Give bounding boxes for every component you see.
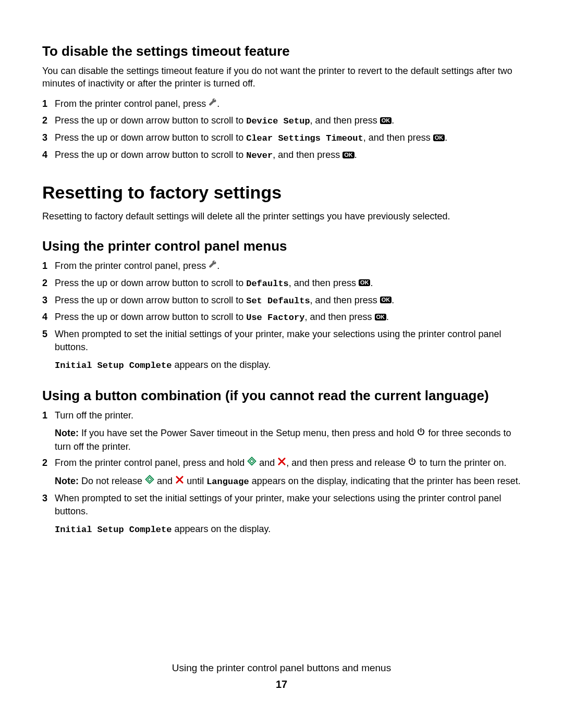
diamond-icon (247, 456, 256, 469)
step-number: 3 (42, 131, 55, 144)
intro-factory-reset: Resetting to factory default settings wi… (42, 210, 521, 223)
step-number: 1 (42, 409, 55, 422)
power-icon (417, 427, 425, 439)
intro-disable-timeout: You can disable the settings timeout fea… (42, 65, 521, 90)
page-footer: Using the printer control panel buttons … (42, 661, 521, 692)
step-body: Press the up or down arrow button to scr… (55, 311, 521, 324)
step-body: From the printer control panel, press an… (55, 456, 521, 488)
step-number: 1 (42, 97, 55, 110)
step-body: From the printer control panel, press . (55, 97, 521, 110)
step-body: Press the up or down arrow button to scr… (55, 149, 521, 162)
heading-factory-reset: Resetting to factory settings (42, 181, 521, 205)
step-number: 5 (42, 328, 55, 340)
steps-button-combination: 1 Turn off the printer. Note: If you hav… (42, 409, 521, 536)
heading-button-combination: Using a button combination (if you canno… (42, 387, 521, 405)
steps-disable-timeout: 1 From the printer control panel, press … (42, 97, 521, 162)
step-number: 3 (42, 294, 55, 306)
x-icon (277, 456, 286, 469)
step-body: Turn off the printer. Note: If you have … (55, 409, 521, 453)
steps-control-panel-menus: 1 From the printer control panel, press … (42, 260, 521, 372)
heading-disable-timeout: To disable the settings timeout feature (42, 42, 521, 60)
wrench-icon (209, 97, 217, 110)
x-icon (175, 475, 184, 487)
step-number: 3 (42, 492, 55, 504)
step-body: When prompted to set the initial setting… (55, 492, 521, 536)
ok-icon: OK (380, 117, 392, 124)
diamond-icon (145, 475, 154, 487)
step-number: 4 (42, 311, 55, 323)
step-body: Press the up or down arrow button to scr… (55, 114, 521, 128)
step-body: Press the up or down arrow button to scr… (55, 294, 521, 307)
ok-icon: OK (342, 152, 354, 158)
step-number: 4 (42, 149, 55, 161)
wrench-icon (209, 260, 217, 272)
ok-icon: OK (433, 134, 445, 141)
heading-control-panel-menus: Using the printer control panel menus (42, 237, 521, 255)
page-number: 17 (42, 677, 521, 692)
step-body: When prompted to set the initial setting… (55, 328, 521, 372)
step-body: Press the up or down arrow button to scr… (55, 131, 521, 145)
power-icon (408, 456, 417, 469)
footer-title: Using the printer control panel buttons … (42, 661, 521, 675)
ok-icon: OK (359, 279, 371, 286)
ok-icon: OK (380, 297, 392, 303)
step-number: 2 (42, 277, 55, 289)
step-number: 2 (42, 114, 55, 127)
step-number: 1 (42, 260, 55, 272)
step-number: 2 (42, 456, 55, 469)
step-body: From the printer control panel, press . (55, 260, 521, 273)
ok-icon: OK (375, 314, 387, 320)
step-body: Press the up or down arrow button to scr… (55, 277, 521, 290)
